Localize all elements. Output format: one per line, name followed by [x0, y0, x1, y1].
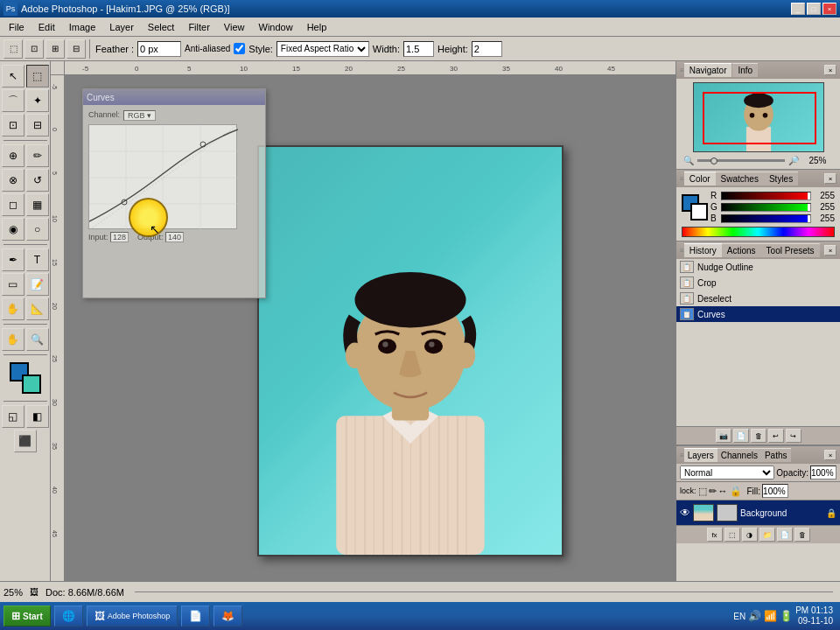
menu-view[interactable]: View: [217, 20, 252, 34]
layer-adj-btn[interactable]: ◑: [742, 528, 758, 542]
healing-brush-tool[interactable]: ⊕: [2, 144, 24, 167]
notes-tool[interactable]: 📝: [26, 273, 49, 296]
tab-swatches[interactable]: Swatches: [716, 172, 764, 186]
layers-close-btn[interactable]: ×: [824, 450, 836, 460]
r-slider[interactable]: [721, 192, 811, 200]
tool-btn-3[interactable]: ⊞: [46, 39, 65, 59]
options-toolbar: ⬚ ⊡ ⊞ ⊟ Feather : Anti-aliased Style: Fi…: [0, 37, 840, 61]
history-item-curves[interactable]: 📋 Curves: [676, 306, 840, 322]
layer-background[interactable]: 👁 Background 🔒: [676, 500, 840, 525]
crop-tool[interactable]: ⊡: [2, 114, 24, 136]
feather-input[interactable]: [137, 41, 181, 57]
blend-mode-select[interactable]: Normal Multiply Screen: [680, 466, 774, 480]
color-spectrum[interactable]: [682, 227, 835, 237]
eyedropper-tool[interactable]: ✋: [2, 298, 24, 320]
history-item-deselect[interactable]: 📋 Deselect: [676, 290, 840, 306]
maximize-btn[interactable]: □: [807, 3, 821, 15]
screen-mode[interactable]: ⬛: [14, 430, 37, 452]
history-close-btn[interactable]: ×: [824, 245, 836, 256]
type-tool[interactable]: T: [26, 248, 49, 271]
zoom-in-icon[interactable]: 🔎: [788, 156, 799, 165]
color-bg-swatch[interactable]: [690, 203, 708, 220]
lock-transparent[interactable]: ⬚: [698, 486, 707, 497]
menu-filter[interactable]: Filter: [181, 20, 216, 34]
layer-group-btn[interactable]: 📁: [760, 528, 775, 542]
layer-delete-btn[interactable]: 🗑: [794, 528, 810, 542]
history-item-crop[interactable]: 📋 Crop: [676, 275, 840, 290]
marquee-tool[interactable]: ⬚: [26, 65, 49, 88]
tab-styles[interactable]: Styles: [764, 172, 798, 186]
g-slider[interactable]: [721, 203, 811, 212]
lasso-tool[interactable]: ⌒: [2, 89, 24, 112]
tool-btn-2[interactable]: ⊡: [24, 39, 44, 59]
menu-help[interactable]: Help: [300, 20, 334, 34]
background-color[interactable]: [22, 374, 41, 394]
gradient-tool[interactable]: ▦: [26, 193, 49, 216]
brush-tool[interactable]: ✏: [26, 144, 49, 167]
history-new-snapshot[interactable]: 📷: [716, 429, 732, 443]
style-select[interactable]: Fixed Aspect Ratio Normal Fixed Size: [276, 41, 369, 57]
layer-mask-btn[interactable]: ⬚: [724, 528, 740, 542]
minimize-btn[interactable]: _: [791, 3, 805, 15]
tab-paths[interactable]: Paths: [761, 448, 791, 462]
navigator-close-btn[interactable]: ×: [824, 65, 836, 75]
history-item-nudge[interactable]: 📋 Nudge Outline: [676, 259, 840, 275]
pen-tool[interactable]: ✒: [2, 248, 24, 271]
menu-layer[interactable]: Layer: [102, 20, 141, 34]
start-button[interactable]: ⊞ Start: [4, 606, 51, 626]
width-input[interactable]: [403, 41, 434, 57]
lock-position[interactable]: ↔: [718, 486, 728, 496]
tab-tool-presets[interactable]: Tool Presets: [761, 243, 820, 257]
opacity-input[interactable]: [810, 466, 836, 480]
taskbar-adobe-reader[interactable]: 📄: [181, 606, 210, 626]
tool-btn-4[interactable]: ⊟: [66, 39, 86, 59]
lock-image[interactable]: ✏: [709, 486, 717, 497]
tab-navigator[interactable]: Navigator: [684, 63, 732, 77]
menu-window[interactable]: Window: [252, 20, 300, 34]
measure-tool[interactable]: 📐: [26, 298, 49, 320]
tab-history[interactable]: History: [684, 243, 722, 257]
tab-info[interactable]: Info: [732, 63, 758, 77]
quick-mask-off[interactable]: ◱: [2, 405, 24, 428]
antialiased-checkbox[interactable]: [234, 43, 245, 54]
history-delete[interactable]: 🗑: [751, 429, 766, 443]
menu-image[interactable]: Image: [62, 20, 103, 34]
taskbar-firefox[interactable]: 🦊: [214, 606, 242, 626]
history-btn5[interactable]: ↪: [786, 429, 802, 443]
layer-new-btn[interactable]: 📄: [777, 528, 793, 542]
move-tool[interactable]: ↖: [2, 65, 24, 88]
menu-file[interactable]: File: [2, 20, 32, 34]
canvas-viewport[interactable]: Curves Channel: RGB ▾: [65, 75, 676, 581]
clone-stamp-tool[interactable]: ⊗: [2, 169, 24, 192]
eraser-tool[interactable]: ◻: [2, 193, 24, 216]
history-brush-tool[interactable]: ↺: [26, 169, 49, 192]
menu-edit[interactable]: Edit: [32, 20, 62, 34]
hand-tool[interactable]: ✋: [2, 328, 24, 351]
history-btn4[interactable]: ↩: [768, 429, 784, 443]
taskbar-photoshop[interactable]: 🖼 Adobe Photoshop: [87, 606, 178, 626]
blur-tool[interactable]: ◉: [2, 218, 24, 241]
dodge-tool[interactable]: ○: [26, 218, 49, 241]
taskbar-ie[interactable]: 🌐: [54, 606, 83, 626]
tab-color[interactable]: Color: [684, 172, 716, 186]
magic-wand-tool[interactable]: ✦: [26, 89, 49, 112]
shape-tool[interactable]: ▭: [2, 273, 24, 296]
tab-channels[interactable]: Channels: [718, 448, 761, 462]
fill-input[interactable]: [762, 484, 788, 498]
quick-mask-on[interactable]: ◧: [26, 405, 49, 428]
tab-layers[interactable]: Layers: [684, 448, 718, 462]
zoom-out-icon[interactable]: 🔍: [683, 156, 694, 165]
b-slider[interactable]: [721, 214, 811, 223]
history-new-doc[interactable]: 📄: [733, 429, 749, 443]
tab-actions[interactable]: Actions: [722, 243, 761, 257]
layer-visibility-eye[interactable]: 👁: [680, 507, 690, 519]
close-btn[interactable]: ×: [822, 3, 836, 15]
tool-btn-1[interactable]: ⬚: [4, 39, 23, 59]
zoom-tool[interactable]: 🔍: [26, 328, 49, 351]
color-close-btn[interactable]: ×: [824, 173, 836, 184]
slice-tool[interactable]: ⊟: [26, 114, 49, 136]
lock-all[interactable]: 🔒: [730, 486, 742, 497]
layer-fx-btn[interactable]: fx: [707, 528, 723, 542]
height-input[interactable]: [472, 41, 502, 57]
menu-select[interactable]: Select: [141, 20, 182, 34]
